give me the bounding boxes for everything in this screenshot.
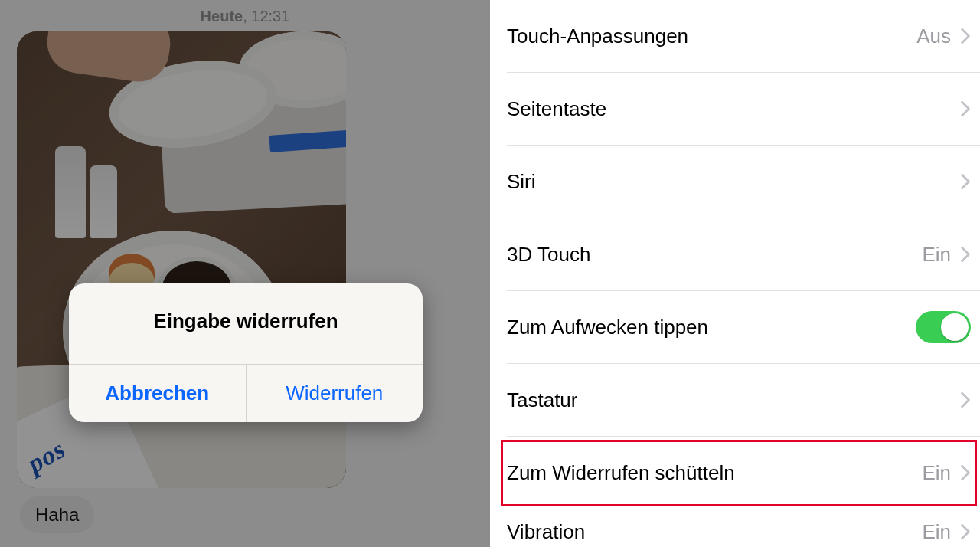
chevron-right-icon xyxy=(960,100,971,117)
settings-row[interactable]: Tastatur xyxy=(507,364,980,437)
timestamp-time: 12:31 xyxy=(251,8,289,25)
timestamp-day: Heute xyxy=(201,8,243,25)
settings-row-label: Touch-Anpassungen xyxy=(507,25,688,48)
settings-row-label: Siri xyxy=(507,170,536,194)
chevron-right-icon xyxy=(960,391,971,408)
settings-row-right: Ein xyxy=(922,461,971,485)
settings-row[interactable]: Siri xyxy=(507,146,980,218)
reaction-suggestion[interactable]: Haha xyxy=(20,496,94,533)
chevron-right-icon xyxy=(960,464,971,481)
accessibility-settings: Touch-AnpassungenAusSeitentasteSiri3D To… xyxy=(490,0,980,547)
settings-row-label: Tastatur xyxy=(507,388,578,412)
settings-row-value: Ein xyxy=(922,243,951,267)
toggle-switch[interactable] xyxy=(916,311,971,343)
settings-row-right: Ein xyxy=(922,520,971,544)
messages-screen: Heute, 12:31 pos Haha xyxy=(0,0,490,547)
settings-row-value: Ein xyxy=(922,461,951,485)
settings-row-right xyxy=(960,100,971,117)
settings-row[interactable]: Zum Widerrufen schüttelnEin xyxy=(507,437,980,509)
timestamp-separator: , xyxy=(243,8,251,25)
chevron-right-icon xyxy=(960,523,971,540)
chevron-right-icon xyxy=(960,28,971,44)
photo-pepper-shaker xyxy=(90,165,117,238)
cancel-button[interactable]: Abbrechen xyxy=(69,365,247,422)
chevron-right-icon xyxy=(960,246,971,263)
undo-button[interactable]: Widerrufen xyxy=(247,365,423,422)
settings-row[interactable]: 3D TouchEin xyxy=(507,218,980,291)
settings-row-label: 3D Touch xyxy=(507,243,590,267)
settings-row[interactable]: Seitentaste xyxy=(507,73,980,146)
settings-row-label: Zum Aufwecken tippen xyxy=(507,316,708,339)
settings-row-right xyxy=(960,391,971,408)
settings-row[interactable]: VibrationEin xyxy=(507,509,980,547)
settings-row[interactable]: Touch-AnpassungenAus xyxy=(507,0,980,73)
reaction-label: Haha xyxy=(35,504,79,525)
settings-row-label: Seitentaste xyxy=(507,97,606,121)
message-timestamp: Heute, 12:31 xyxy=(0,0,490,25)
settings-row-label: Zum Widerrufen schütteln xyxy=(507,461,735,485)
settings-row-right: Ein xyxy=(922,243,971,267)
alert-title: Eingabe widerrufen xyxy=(69,283,423,364)
settings-row-value: Aus xyxy=(916,25,951,48)
settings-row-right: Aus xyxy=(916,25,971,48)
settings-row-right xyxy=(916,311,971,343)
settings-row-label: Vibration xyxy=(507,520,585,544)
photo-salt-shaker xyxy=(55,146,86,238)
settings-row-right xyxy=(960,173,971,190)
toggle-knob xyxy=(941,313,969,341)
settings-row[interactable]: Zum Aufwecken tippen xyxy=(507,291,980,364)
undo-typing-alert: Eingabe widerrufen Abbrechen Widerrufen xyxy=(69,283,423,422)
settings-row-value: Ein xyxy=(922,520,951,544)
chevron-right-icon xyxy=(960,173,971,190)
